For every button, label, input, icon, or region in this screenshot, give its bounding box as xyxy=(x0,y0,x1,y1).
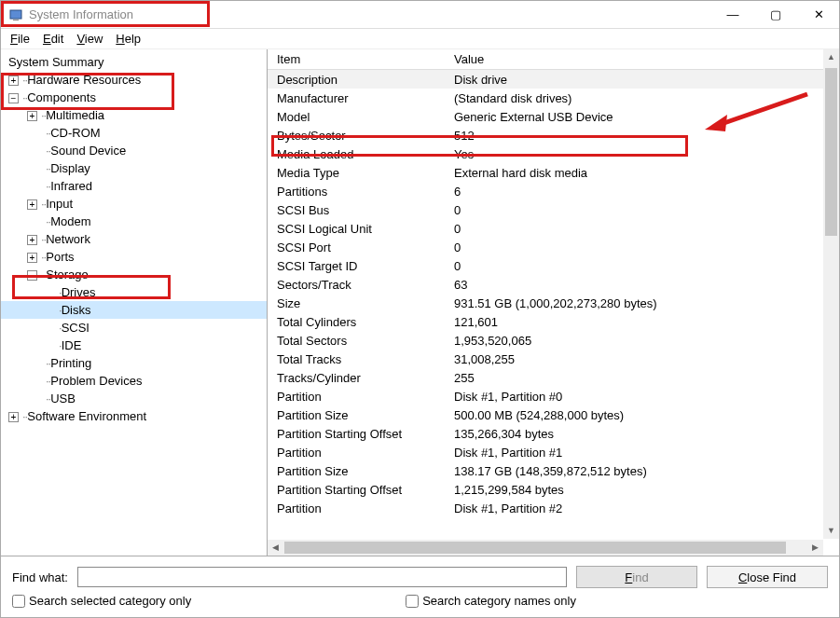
detail-row[interactable]: Bytes/Sector512 xyxy=(268,126,839,144)
category-tree[interactable]: System Summary +··Hardware Resources −··… xyxy=(1,49,268,556)
tree-components[interactable]: −··Components xyxy=(1,89,267,106)
detail-row[interactable]: Sectors/Track63 xyxy=(268,275,839,294)
detail-row[interactable]: Total Sectors1,953,520,065 xyxy=(268,331,839,350)
detail-row[interactable]: Media LoadedYes xyxy=(268,144,839,163)
tree-network[interactable]: +··Network xyxy=(1,230,267,248)
tree-display[interactable]: ··Display xyxy=(1,159,267,177)
expand-icon[interactable]: + xyxy=(27,253,37,263)
tree-cdrom[interactable]: ··CD-ROM xyxy=(1,124,267,142)
tree-input[interactable]: +··Input xyxy=(1,195,267,213)
detail-row[interactable]: Partition Starting Offset1,215,299,584 b… xyxy=(268,480,839,499)
detail-row[interactable]: Total Tracks31,008,255 xyxy=(268,350,839,368)
detail-row[interactable]: Manufacturer(Standard disk drives) xyxy=(268,89,839,107)
expand-icon[interactable]: + xyxy=(27,235,37,245)
tree-disks[interactable]: ·Disks xyxy=(1,301,267,319)
col-item[interactable]: Item xyxy=(268,52,450,66)
menu-edit[interactable]: Edit xyxy=(43,32,63,46)
detail-key: SCSI Target ID xyxy=(268,259,450,273)
detail-body[interactable]: DescriptionDisk driveManufacturer(Standa… xyxy=(268,70,839,556)
scroll-left-icon[interactable]: ◀ xyxy=(268,540,283,556)
detail-row[interactable]: Partition Starting Offset135,266,304 byt… xyxy=(268,424,839,443)
detail-key: Total Cylinders xyxy=(268,315,450,329)
detail-value: (Standard disk drives) xyxy=(450,91,839,105)
tree-ide[interactable]: ·IDE xyxy=(1,336,267,354)
detail-pane: Item Value DescriptionDisk driveManufact… xyxy=(268,49,839,556)
detail-row[interactable]: SCSI Logical Unit0 xyxy=(268,219,839,238)
detail-row[interactable]: Media TypeExternal hard disk media xyxy=(268,163,839,182)
detail-row[interactable]: Partition Size138.17 GB (148,359,872,512… xyxy=(268,461,839,480)
chk-category-names[interactable]: Search category names only xyxy=(406,594,576,608)
detail-row[interactable]: DescriptionDisk drive xyxy=(268,70,839,89)
detail-value: 31,008,255 xyxy=(450,352,839,366)
tree-modem[interactable]: ··Modem xyxy=(1,213,267,230)
tree-ports[interactable]: +··Ports xyxy=(1,248,267,266)
detail-row[interactable]: ModelGeneric External USB Device xyxy=(268,107,839,126)
tree-drives[interactable]: ·Drives xyxy=(1,283,267,301)
scroll-thumb[interactable] xyxy=(825,68,837,236)
collapse-icon[interactable]: − xyxy=(8,93,19,103)
menu-view[interactable]: View xyxy=(76,32,103,46)
detail-header[interactable]: Item Value xyxy=(268,49,839,70)
expand-icon[interactable]: + xyxy=(8,76,19,86)
detail-value: External hard disk media xyxy=(450,166,839,180)
detail-key: Tracks/Cylinder xyxy=(268,371,450,385)
col-value[interactable]: Value xyxy=(450,52,839,66)
detail-row[interactable]: PartitionDisk #1, Partition #1 xyxy=(268,443,839,461)
scroll-thumb[interactable] xyxy=(284,542,786,554)
detail-value: Generic External USB Device xyxy=(450,110,839,124)
tree-problem[interactable]: ··Problem Devices xyxy=(1,372,267,390)
expand-icon[interactable]: + xyxy=(27,111,37,121)
maximize-button[interactable]: ▢ xyxy=(763,7,789,21)
detail-value: 0 xyxy=(450,259,839,273)
find-label: Find what: xyxy=(12,570,68,584)
chk-selected-category[interactable]: Search selected category only xyxy=(12,594,191,608)
detail-row[interactable]: SCSI Port0 xyxy=(268,238,839,256)
menu-file[interactable]: File xyxy=(10,32,30,46)
detail-row[interactable]: PartitionDisk #1, Partition #2 xyxy=(268,499,839,517)
detail-key: Size xyxy=(268,296,450,310)
detail-value: Disk #1, Partition #0 xyxy=(450,390,839,404)
expand-icon[interactable]: + xyxy=(8,412,19,422)
checkbox[interactable] xyxy=(12,595,25,608)
detail-key: Bytes/Sector xyxy=(268,129,450,143)
detail-value: Yes xyxy=(450,147,839,161)
tree-system-summary[interactable]: System Summary xyxy=(1,53,267,71)
find-button[interactable]: Find xyxy=(576,566,697,588)
tree-storage[interactable]: −··Storage xyxy=(1,266,267,283)
scroll-down-icon[interactable]: ▼ xyxy=(823,523,839,539)
menu-help[interactable]: Help xyxy=(116,32,141,46)
checkbox[interactable] xyxy=(406,595,419,608)
collapse-icon[interactable]: − xyxy=(27,270,37,281)
detail-row[interactable]: Partitions6 xyxy=(268,182,839,200)
tree-multimedia[interactable]: +··Multimedia xyxy=(1,106,267,124)
tree-sound[interactable]: ··Sound Device xyxy=(1,142,267,159)
detail-key: Total Tracks xyxy=(268,352,450,366)
close-find-button[interactable]: Close Find xyxy=(707,566,828,588)
scroll-up-icon[interactable]: ▲ xyxy=(823,49,839,65)
detail-key: Sectors/Track xyxy=(268,278,450,292)
vertical-scrollbar[interactable]: ▲ ▼ xyxy=(823,49,839,539)
tree-printing[interactable]: ··Printing xyxy=(1,354,267,372)
tree-scsi[interactable]: ·SCSI xyxy=(1,319,267,336)
detail-key: Partition xyxy=(268,501,450,515)
close-button[interactable]: ✕ xyxy=(806,7,832,21)
horizontal-scrollbar[interactable]: ◀ ▶ xyxy=(268,540,823,556)
scroll-right-icon[interactable]: ▶ xyxy=(807,540,823,556)
tree-usb[interactable]: ··USB xyxy=(1,390,267,407)
detail-row[interactable]: Partition Size500.00 MB (524,288,000 byt… xyxy=(268,405,839,424)
find-input[interactable] xyxy=(77,567,567,587)
minimize-button[interactable]: — xyxy=(720,7,746,21)
detail-row[interactable]: Total Cylinders121,601 xyxy=(268,312,839,331)
tree-infrared[interactable]: ··Infrared xyxy=(1,177,267,195)
detail-key: Partition Starting Offset xyxy=(268,427,450,441)
detail-row[interactable]: Tracks/Cylinder255 xyxy=(268,368,839,387)
detail-key: Partition Size xyxy=(268,408,450,422)
expand-icon[interactable]: + xyxy=(27,199,37,210)
detail-row[interactable]: PartitionDisk #1, Partition #0 xyxy=(268,387,839,405)
tree-hardware-resources[interactable]: +··Hardware Resources xyxy=(1,71,267,89)
tree-software-env[interactable]: +··Software Environment xyxy=(1,407,267,425)
detail-row[interactable]: SCSI Bus0 xyxy=(268,200,839,219)
detail-row[interactable]: Size931.51 GB (1,000,202,273,280 bytes) xyxy=(268,294,839,312)
detail-row[interactable]: SCSI Target ID0 xyxy=(268,256,839,275)
detail-value: 121,601 xyxy=(450,315,839,329)
